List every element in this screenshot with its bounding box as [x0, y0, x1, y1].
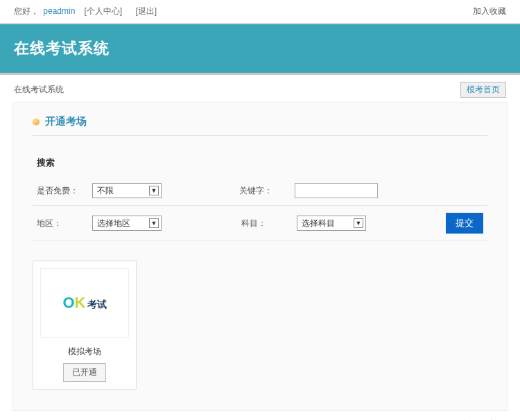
bullet-icon	[33, 119, 40, 125]
breadcrumb: 在线考试系统	[14, 84, 64, 96]
card-status-button[interactable]: 已开通	[63, 363, 106, 382]
header-band: 在线考试系统	[0, 23, 520, 75]
exam-card: OK考试 模拟考场 已开通	[33, 261, 137, 390]
add-favorite-link[interactable]: 加入收藏	[473, 6, 506, 17]
submit-button[interactable]: 提交	[446, 213, 483, 234]
form-row-2: 地区： 选择地区 ▼ 科目： 选择科目 ▼ 提交	[33, 206, 487, 241]
keyword-input[interactable]	[295, 183, 378, 198]
personal-center-link[interactable]: [个人中心]	[80, 6, 124, 16]
ok-logo: OK考试	[62, 294, 106, 312]
chevron-down-icon: ▼	[149, 186, 159, 195]
greeting-text: 您好，	[14, 6, 39, 16]
panel-title: 开通考场	[33, 115, 487, 136]
search-heading: 搜索	[37, 157, 487, 169]
main-panel: 开通考场 搜索 是否免费： 不限 ▼ 关键字： 地区： 选择地区 ▼ 科目：	[12, 102, 508, 411]
card-thumbnail: OK考试	[40, 268, 129, 338]
chevron-down-icon: ▼	[354, 218, 363, 228]
watermark-text: 网络源码之家	[349, 416, 508, 420]
region-select[interactable]: 选择地区 ▼	[92, 216, 162, 231]
chevron-down-icon: ▼	[149, 218, 159, 228]
region-label: 地区：	[37, 218, 85, 229]
top-bar: 您好， peadmin [个人中心] [退出] 加入收藏	[0, 0, 520, 23]
card-name: 模拟考场	[40, 346, 129, 358]
subject-select[interactable]: 选择科目 ▼	[297, 216, 366, 231]
username-link[interactable]: peadmin	[43, 6, 75, 16]
breadcrumb-row: 在线考试系统 模考首页	[0, 75, 520, 102]
mock-home-button[interactable]: 模考首页	[460, 82, 506, 98]
subject-label: 科目：	[241, 218, 290, 229]
keyword-label: 关键字：	[239, 185, 288, 197]
free-select[interactable]: 不限 ▼	[92, 183, 162, 198]
page-title: 在线考试系统	[14, 38, 506, 59]
free-label: 是否免费：	[37, 185, 85, 197]
logout-link[interactable]: [退出]	[128, 6, 159, 16]
form-row-1: 是否免费： 不限 ▼ 关键字：	[33, 176, 487, 206]
